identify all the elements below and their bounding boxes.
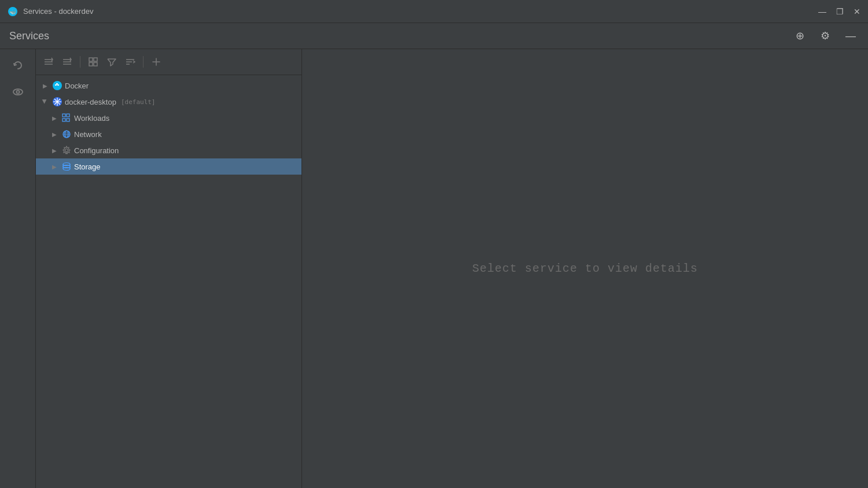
docker-desktop-label: docker-desktop [65, 98, 116, 106]
svg-point-42 [65, 149, 68, 152]
k8s-icon [52, 97, 62, 107]
tree-item-configuration[interactable]: ▶ Configuration [36, 142, 301, 158]
filter-button[interactable] [104, 54, 120, 70]
docker-desktop-arrow: ▶ [41, 97, 50, 106]
window-controls: — ❐ ✕ [818, 8, 861, 16]
network-arrow: ▶ [50, 130, 59, 139]
tree-item-workloads[interactable]: ▶ Workloads [36, 110, 301, 126]
configuration-arrow: ▶ [50, 146, 59, 155]
svg-rect-36 [67, 119, 69, 121]
svg-rect-34 [67, 114, 69, 117]
storage-label: Storage [74, 162, 101, 171]
sidebar-toolbar [36, 49, 301, 75]
add-button[interactable] [148, 54, 164, 70]
tree-item-storage[interactable]: ▶ Storage [36, 158, 301, 175]
network-icon [61, 129, 72, 139]
sidebar: ▶ Docker ▶ [36, 49, 302, 488]
empty-hint: Select service to view details [472, 262, 698, 275]
svg-rect-21 [57, 84, 59, 86]
title-bar: 🐳 Services - dockerdev — ❐ ✕ [0, 0, 868, 23]
svg-point-3 [16, 91, 19, 94]
app-icon: 🐳 [7, 6, 19, 17]
minimize-window-button[interactable]: — [818, 8, 826, 16]
page-title: Services [9, 30, 49, 42]
svg-rect-20 [55, 84, 57, 86]
settings-button[interactable]: ⚙ [817, 28, 833, 44]
toolbar-separator [80, 56, 80, 68]
expand-all-button[interactable] [59, 54, 75, 70]
window-title: Services - dockerdev [23, 7, 93, 16]
close-window-button[interactable]: ✕ [853, 8, 861, 16]
header-actions: ⊕ ⚙ — [792, 28, 859, 44]
docker-desktop-tag: [default] [121, 98, 156, 106]
icon-rail [0, 49, 36, 488]
header-bar: Services ⊕ ⚙ — [0, 23, 868, 49]
main-layout: ▶ Docker ▶ [0, 49, 868, 488]
configuration-label: Configuration [74, 146, 119, 155]
svg-rect-13 [94, 62, 97, 66]
svg-rect-11 [94, 58, 97, 61]
sort-button[interactable] [122, 54, 138, 70]
configuration-icon [61, 145, 72, 156]
storage-arrow: ▶ [50, 162, 59, 171]
workloads-label: Workloads [74, 114, 109, 123]
eye-icon[interactable] [9, 83, 27, 101]
tree-item-docker[interactable]: ▶ Docker [36, 77, 301, 94]
svg-rect-10 [89, 58, 93, 61]
svg-rect-33 [62, 114, 65, 117]
svg-text:🐳: 🐳 [9, 8, 17, 16]
tree-item-docker-desktop[interactable]: ▶ docker-desktop [36, 94, 301, 110]
group-button[interactable] [85, 54, 101, 70]
collapse-all-button[interactable] [41, 54, 57, 70]
maximize-window-button[interactable]: ❐ [836, 8, 844, 16]
workloads-arrow: ▶ [50, 113, 59, 123]
svg-rect-12 [89, 62, 93, 66]
tree: ▶ Docker ▶ [36, 75, 301, 488]
add-service-button[interactable]: ⊕ [792, 28, 808, 44]
network-label: Network [74, 130, 102, 139]
toolbar-separator-2 [143, 56, 144, 68]
svg-rect-22 [56, 83, 58, 84]
refresh-icon[interactable] [9, 56, 27, 75]
svg-point-24 [56, 101, 58, 103]
docker-label: Docker [65, 82, 89, 90]
docker-icon [52, 80, 62, 91]
workloads-icon [61, 113, 72, 123]
minimize-panel-button[interactable]: — [843, 28, 859, 44]
storage-icon [61, 161, 72, 172]
content-area: Select service to view details [302, 49, 868, 488]
svg-point-19 [53, 81, 62, 90]
docker-arrow: ▶ [41, 81, 50, 90]
tree-item-network[interactable]: ▶ Network [36, 126, 301, 142]
svg-rect-35 [62, 119, 65, 121]
